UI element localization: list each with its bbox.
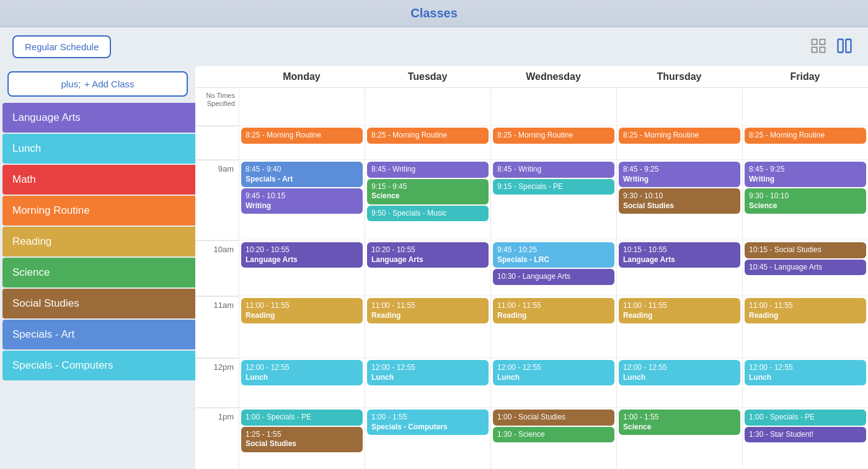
event-friday-845[interactable]: 8:45 - 9:25Writing [745, 162, 866, 187]
event-wednesday-1100[interactable]: 11:00 - 11:55Reading [493, 298, 614, 323]
thursday-no-times [616, 88, 742, 125]
sidebar-item-science[interactable]: Science [2, 258, 195, 287]
tuesday-row-3: 11:00 - 11:55Reading [365, 296, 490, 357]
sidebar-item-lunch[interactable]: Lunch [2, 134, 195, 164]
time-column-header [195, 71, 239, 82]
event-tuesday-845[interactable]: 8:45 - Writing [367, 162, 489, 178]
event-friday-1045[interactable]: 10:45 - Language Arts [745, 260, 866, 276]
thursday-row-2: 10:15 - 10:55Language Arts [616, 240, 742, 296]
svg-rect-0 [812, 40, 817, 45]
thursday-row-5: 1:00 - 1:55Science [616, 408, 742, 469]
friday-row-2: 10:15 - Social Studies10:45 - Language A… [742, 240, 868, 296]
event-tuesday-825[interactable]: 8:25 - Morning Routine [367, 128, 489, 144]
event-monday-100[interactable]: 1:00 - Specials - PE [241, 410, 363, 426]
event-friday-825[interactable]: 8:25 - Morning Routine [745, 128, 866, 144]
monday-no-times [239, 88, 365, 125]
monday-row-1: 8:45 - 9:40Specials - Art9:45 - 10:15Wri… [239, 160, 365, 240]
event-monday-1200[interactable]: 12:00 - 12:55Lunch [241, 360, 363, 385]
thursday-header: Thursday [616, 71, 742, 82]
event-friday-1200[interactable]: 12:00 - 12:55Lunch [745, 360, 866, 385]
event-thursday-1200[interactable]: 12:00 - 12:55Lunch [619, 360, 740, 385]
wednesday-row-0: 8:25 - Morning Routine [490, 126, 616, 159]
sidebar-item-reading[interactable]: Reading [2, 227, 195, 256]
event-tuesday-1020[interactable]: 10:20 - 10:55Language Arts [367, 242, 489, 268]
event-monday-945[interactable]: 9:45 - 10:15Writing [241, 188, 363, 214]
event-wednesday-100[interactable]: 1:00 - Social Studies [493, 410, 614, 426]
tuesday-row-5: 1:00 - 1:55Specials - Computers [365, 408, 490, 469]
event-friday-1015[interactable]: 10:15 - Social Studies [745, 242, 866, 258]
time-label-1: 9am [195, 160, 239, 240]
event-wednesday-845[interactable]: 8:45 - Writing [493, 162, 614, 178]
event-monday-825[interactable]: 8:25 - Morning Routine [241, 128, 363, 144]
event-tuesday-1100[interactable]: 11:00 - 11:55Reading [367, 298, 489, 323]
svg-rect-5 [846, 40, 851, 53]
sidebar-item-social-studies[interactable]: Social Studies [2, 289, 195, 318]
event-thursday-930[interactable]: 9:30 - 10:10Social Studies [619, 188, 740, 214]
time-label-0 [195, 126, 239, 159]
event-tuesday-950[interactable]: 9:50 - Specials - Music [367, 206, 489, 222]
event-wednesday-130[interactable]: 1:30 - Science [493, 427, 614, 443]
event-thursday-1100[interactable]: 11:00 - 11:55Reading [619, 298, 740, 323]
grid-view-button[interactable] [807, 35, 830, 59]
wednesday-no-times [490, 88, 616, 125]
monday-row-5: 1:00 - Specials - PE1:25 - 1:55Social St… [239, 408, 365, 469]
svg-rect-4 [838, 40, 843, 53]
event-friday-1100[interactable]: 11:00 - 11:55Reading [745, 298, 866, 323]
main-layout: plus; + Add Class Language ArtsLunchMath… [0, 66, 868, 469]
sidebar-item-language-arts[interactable]: Language Arts [2, 103, 195, 133]
event-monday-1100[interactable]: 11:00 - 11:55Reading [241, 298, 363, 323]
tuesday-header: Tuesday [365, 71, 490, 82]
event-wednesday-945[interactable]: 9:45 - 10:25Specials - LRC [493, 242, 614, 268]
tuesday-row-0: 8:25 - Morning Routine [365, 126, 490, 159]
friday-row-0: 8:25 - Morning Routine [742, 126, 868, 159]
event-monday-1020[interactable]: 10:20 - 10:55Language Arts [241, 242, 363, 268]
event-tuesday-100[interactable]: 1:00 - 1:55Specials - Computers [367, 410, 489, 435]
tuesday-no-times [365, 88, 490, 125]
time-label-5: 1pm [195, 408, 239, 469]
event-tuesday-915[interactable]: 9:15 - 9:45Science [367, 179, 489, 204]
event-wednesday-915[interactable]: 9:15 - Specials - PE [493, 179, 614, 195]
svg-rect-3 [820, 47, 825, 52]
time-row-5: 1pm1:00 - Specials - PE1:25 - 1:55Social… [195, 408, 868, 469]
add-class-button[interactable]: plus; + Add Class [7, 71, 188, 97]
top-bar: Regular Schedule [0, 27, 868, 66]
tuesday-row-4: 12:00 - 12:55Lunch [365, 358, 490, 407]
page-header: Classes [0, 0, 868, 27]
thursday-row-4: 12:00 - 12:55Lunch [616, 358, 742, 407]
wednesday-row-3: 11:00 - 11:55Reading [490, 296, 616, 357]
event-wednesday-1200[interactable]: 12:00 - 12:55Lunch [493, 360, 614, 385]
sidebar-items: Language ArtsLunchMathMorning RoutineRea… [0, 102, 195, 382]
event-thursday-1015[interactable]: 10:15 - 10:55Language Arts [619, 242, 740, 268]
wednesday-row-1: 8:45 - Writing9:15 - Specials - PE [490, 160, 616, 240]
calendar-area[interactable]: Monday Tuesday Wednesday Thursday Friday… [195, 66, 868, 469]
monday-row-4: 12:00 - 12:55Lunch [239, 358, 365, 407]
calendar-grid: Monday Tuesday Wednesday Thursday Friday… [195, 66, 868, 469]
sidebar-item-morning-routine[interactable]: Morning Routine [2, 196, 195, 226]
event-wednesday-825[interactable]: 8:25 - Morning Routine [493, 128, 614, 144]
wednesday-header: Wednesday [490, 71, 616, 82]
time-label-3: 11am [195, 296, 239, 357]
event-thursday-100[interactable]: 1:00 - 1:55Science [619, 410, 740, 435]
event-monday-125[interactable]: 1:25 - 1:55Social Studies [241, 427, 363, 452]
thursday-row-1: 8:45 - 9:25Writing9:30 - 10:10Social Stu… [616, 160, 742, 240]
friday-header: Friday [742, 71, 868, 82]
event-monday-845[interactable]: 8:45 - 9:40Specials - Art [241, 162, 363, 187]
column-view-button[interactable] [833, 35, 856, 59]
friday-row-3: 11:00 - 11:55Reading [742, 296, 868, 357]
sidebar-item-math[interactable]: Math [2, 165, 195, 195]
schedule-rows: 8:25 - Morning Routine8:25 - Morning Rou… [195, 126, 868, 469]
event-tuesday-1200[interactable]: 12:00 - 12:55Lunch [367, 360, 489, 385]
regular-schedule-button[interactable]: Regular Schedule [12, 35, 111, 58]
event-thursday-845[interactable]: 8:45 - 9:25Writing [619, 162, 740, 187]
time-label-2: 10am [195, 240, 239, 296]
time-row-1: 9am8:45 - 9:40Specials - Art9:45 - 10:15… [195, 160, 868, 240]
sidebar-item-specials-computers[interactable]: Specials - Computers [2, 351, 195, 380]
event-friday-100[interactable]: 1:00 - Specials - PE [745, 410, 866, 426]
event-friday-130[interactable]: 1:30 - Star Student! [745, 427, 866, 443]
event-wednesday-1030[interactable]: 10:30 - Language Arts [493, 269, 614, 285]
sidebar-item-specials-art[interactable]: Specials - Art [2, 320, 195, 349]
event-friday-930[interactable]: 9:30 - 10:10Science [745, 188, 866, 214]
svg-rect-1 [820, 40, 825, 45]
time-row-2: 10am10:20 - 10:55Language Arts10:20 - 10… [195, 240, 868, 296]
event-thursday-825[interactable]: 8:25 - Morning Routine [619, 128, 740, 144]
